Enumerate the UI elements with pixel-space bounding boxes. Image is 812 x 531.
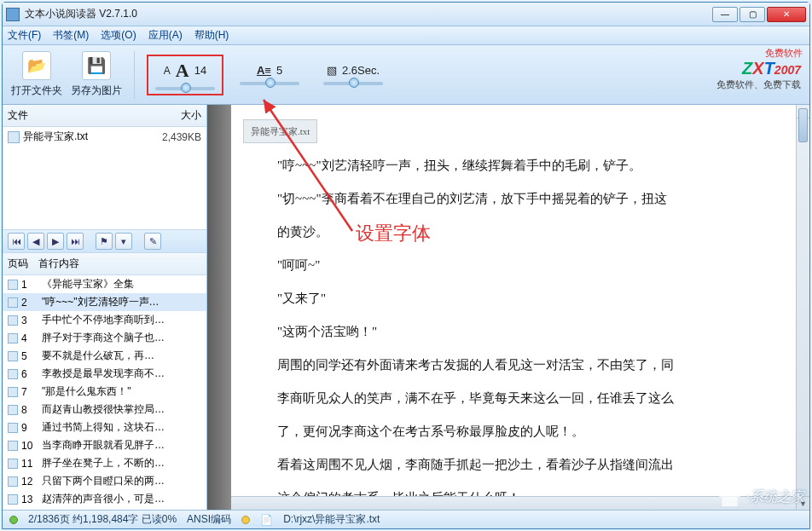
chapter-row[interactable]: 5要不就是什么破瓦，再… bbox=[3, 347, 206, 365]
chapter-number: 11 bbox=[21, 458, 42, 470]
chapter-number: 7 bbox=[21, 386, 42, 398]
reader-paragraph: "呵呵~" bbox=[252, 251, 780, 280]
chapter-text: 手中忙个不停地李商听到… bbox=[42, 313, 201, 327]
reader-page[interactable]: 异能寻宝家.txt "哼~~~"刘艺清轻哼一声，扭头，继续挥舞着手中的毛刷，铲子… bbox=[231, 105, 796, 510]
chapter-row[interactable]: 8而赵青山教授很快掌控局… bbox=[3, 401, 206, 418]
file-icon bbox=[8, 131, 20, 143]
window-title: 文本小说阅读器 V2.7.1.0 bbox=[25, 7, 712, 21]
chapter-row[interactable]: 1《异能寻宝家》全集 bbox=[3, 275, 206, 293]
chapter-row[interactable]: 12只留下两个目瞪口呆的两… bbox=[3, 472, 206, 490]
status-encoding: ANSI编码 bbox=[187, 512, 231, 527]
close-button[interactable]: ✕ bbox=[767, 7, 806, 22]
chapter-number: 3 bbox=[21, 315, 42, 326]
chapter-icon bbox=[8, 315, 18, 326]
menu-help[interactable]: 帮助(H) bbox=[194, 28, 229, 43]
chapter-row[interactable]: 6李教授是最早发现李商不… bbox=[3, 365, 206, 383]
reader-pane: 异能寻宝家.txt "哼~~~"刘艺清轻哼一声，扭头，继续挥舞着手中的毛刷，铲子… bbox=[207, 105, 809, 510]
menu-apply[interactable]: 应用(A) bbox=[148, 28, 183, 43]
chapter-row[interactable]: 11胖子坐在凳子上，不断的… bbox=[3, 454, 206, 472]
chapter-icon bbox=[8, 405, 18, 415]
reader-paragraph: 了，更何况李商这个在考古系号称最厚脸皮的人呢！。 bbox=[252, 418, 780, 446]
timer-slider[interactable] bbox=[323, 82, 383, 85]
nav-flag-dropdown[interactable]: ▾ bbox=[115, 233, 132, 250]
nav-flag-button[interactable]: ⚑ bbox=[96, 233, 113, 250]
nav-prev-button[interactable]: ◀ bbox=[27, 233, 44, 250]
nav-edit-button[interactable]: ✎ bbox=[144, 233, 161, 250]
chapter-icon bbox=[8, 423, 18, 433]
minimize-button[interactable]: — bbox=[712, 7, 738, 22]
filelist-header-size: 大小 bbox=[145, 108, 201, 123]
menu-options[interactable]: 选项(O) bbox=[101, 28, 136, 43]
watermark: ·系统之家 bbox=[719, 488, 804, 506]
chapter-icon bbox=[8, 494, 18, 505]
reader-paragraph: "哼~~~"刘艺清轻哼一声，扭头，继续挥舞着手中的毛刷，铲子。 bbox=[252, 152, 780, 180]
chapter-icon bbox=[8, 441, 18, 451]
chapter-number: 1 bbox=[21, 279, 42, 291]
chapter-text: 赵清萍的声音很小，可是… bbox=[42, 492, 201, 506]
chapter-icon bbox=[8, 387, 18, 397]
save-as-image-button[interactable]: 💾 另存为图片 bbox=[71, 51, 122, 98]
chapter-number: 8 bbox=[21, 404, 42, 416]
chapter-text: 通过书简上得知，这块石… bbox=[42, 420, 201, 435]
chapter-number: 13 bbox=[21, 493, 42, 505]
chapter-number: 5 bbox=[21, 350, 42, 362]
chapter-text: 只留下两个目瞪口呆的两… bbox=[42, 474, 201, 488]
autoscroll-timer-control[interactable]: ▧ 2.6Sec. bbox=[316, 64, 391, 85]
chapter-text: 胖子坐在凳子上，不断的… bbox=[42, 456, 201, 470]
chapter-text: 而赵青山教授很快掌控局… bbox=[42, 402, 201, 417]
chapter-row[interactable]: 9通过书简上得知，这块石… bbox=[3, 418, 206, 436]
line-spacing-icon: A≡ bbox=[257, 64, 271, 77]
chapter-row[interactable]: 4胖子对于李商这个脑子也… bbox=[3, 329, 206, 347]
chapter-number: 9 bbox=[21, 422, 42, 434]
chapter-number: 2 bbox=[21, 297, 42, 309]
open-folder-button[interactable]: 📂 打开文件夹 bbox=[11, 51, 62, 98]
chapter-text: "哼~~~"刘艺清轻哼一声… bbox=[42, 295, 201, 309]
chapter-icon bbox=[8, 297, 18, 308]
chapter-icon bbox=[8, 351, 18, 361]
chapterlist-header: 页码 首行内容 bbox=[3, 253, 206, 275]
font-size-control[interactable]: A A 14 bbox=[147, 55, 223, 95]
nav-first-button[interactable]: ⏮ bbox=[8, 233, 25, 250]
timer-value: 2.6Sec. bbox=[342, 64, 380, 77]
watermark-text: ·系统之家 bbox=[746, 488, 804, 506]
chapter-icon bbox=[8, 280, 18, 290]
menu-bookmark[interactable]: 书签(M) bbox=[53, 28, 89, 43]
line-spacing-slider[interactable] bbox=[240, 82, 299, 85]
save-icon: 💾 bbox=[82, 51, 111, 80]
chapter-list[interactable]: 1《异能寻宝家》全集2"哼~~~"刘艺清轻哼一声…3手中忙个不停地李商听到…4胖… bbox=[3, 275, 206, 510]
font-size-slider[interactable] bbox=[155, 87, 215, 90]
chapter-row[interactable]: 10当李商睁开眼就看见胖子… bbox=[3, 436, 206, 454]
maximize-button[interactable]: ▢ bbox=[740, 7, 765, 22]
horizontal-scrollbar[interactable] bbox=[231, 496, 796, 510]
chapter-row[interactable]: 13赵清萍的声音很小，可是… bbox=[3, 490, 206, 508]
toolbar-separator bbox=[134, 51, 135, 99]
reader-tab-label: 异能寻宝家.txt bbox=[243, 119, 317, 143]
nav-next-button[interactable]: ▶ bbox=[47, 233, 64, 250]
chapter-number: 4 bbox=[21, 332, 42, 344]
chapter-text: 当李商睁开眼就看见胖子… bbox=[42, 438, 201, 453]
chapter-row[interactable]: 3手中忙个不停地李商听到… bbox=[3, 311, 206, 329]
chapter-row[interactable]: 7"那是什么鬼东西！" bbox=[3, 383, 206, 401]
filelist-header-name: 文件 bbox=[8, 108, 145, 123]
page-stack-icon: ▧ bbox=[327, 64, 337, 77]
scroll-thumb[interactable] bbox=[798, 108, 808, 142]
menu-file[interactable]: 文件(F) bbox=[8, 28, 41, 43]
chapter-row[interactable]: 2"哼~~~"刘艺清轻哼一声… bbox=[3, 293, 206, 311]
status-dot-yellow bbox=[241, 516, 250, 524]
chapter-icon bbox=[8, 476, 18, 487]
free-software-link[interactable]: 免费软件 bbox=[765, 47, 803, 60]
reader-paragraph: 看着这周围不见人烟，李商随手抓起一把沙土，看着沙子从指缝间流出 bbox=[252, 451, 780, 479]
chapterlist-header-page: 页码 bbox=[8, 257, 38, 271]
page-gutter bbox=[207, 105, 231, 510]
nav-last-button[interactable]: ⏭ bbox=[67, 233, 84, 250]
line-spacing-control[interactable]: A≡ 5 bbox=[232, 64, 307, 85]
chapter-icon bbox=[8, 369, 18, 379]
status-doc-icon: 📄 bbox=[260, 514, 273, 526]
chapter-number: 10 bbox=[21, 440, 42, 452]
file-row[interactable]: 异能寻宝家.txt2,439KB bbox=[3, 127, 206, 147]
watermark-house-icon bbox=[719, 488, 741, 506]
file-list[interactable]: 异能寻宝家.txt2,439KB bbox=[3, 127, 206, 229]
vertical-scrollbar[interactable]: ▲ ▼ bbox=[796, 105, 809, 510]
file-name: 异能寻宝家.txt bbox=[23, 130, 145, 144]
file-size: 2,439KB bbox=[145, 131, 201, 143]
